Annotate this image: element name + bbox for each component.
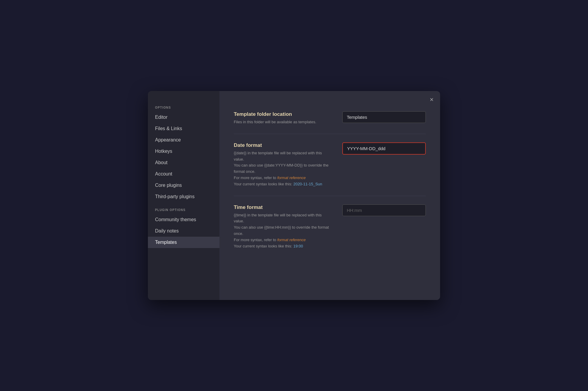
- sidebar: OPTIONS Editor Files & Links Appearance …: [148, 91, 219, 300]
- sidebar-item-label: Appearance: [155, 137, 181, 143]
- setting-desc-time-format: {{time}} in the template file will be re…: [234, 212, 330, 250]
- date-format-input[interactable]: [342, 142, 426, 155]
- sidebar-item-account[interactable]: Account: [148, 168, 219, 180]
- sidebar-item-label: Core plugins: [155, 183, 182, 188]
- control-time-format: [342, 204, 426, 216]
- control-date-format: [342, 142, 426, 155]
- template-folder-input[interactable]: [342, 111, 426, 123]
- sidebar-item-core-plugins[interactable]: Core plugins: [148, 180, 219, 191]
- setting-title-time-format: Time format: [234, 204, 330, 210]
- control-template-folder: [342, 111, 426, 123]
- sidebar-item-label: Daily notes: [155, 228, 179, 234]
- sidebar-item-label: Community themes: [155, 217, 196, 222]
- setting-title-template-folder: Template folder location: [234, 111, 330, 117]
- options-section-label: OPTIONS: [148, 100, 219, 112]
- sidebar-item-label: Editor: [155, 115, 168, 120]
- time-format-preview: 19:00: [293, 244, 303, 248]
- settings-row-template-folder: Template folder location Files in this f…: [234, 103, 426, 134]
- setting-title-date-format: Date format: [234, 142, 330, 148]
- sidebar-item-files-links[interactable]: Files & Links: [148, 123, 219, 134]
- sidebar-item-label: Files & Links: [155, 126, 182, 131]
- sidebar-item-label: Templates: [155, 240, 177, 245]
- label-group-template-folder: Template folder location Files in this f…: [234, 111, 330, 125]
- sidebar-item-label: About: [155, 160, 168, 165]
- settings-section-templates: Template folder location Files in this f…: [234, 103, 426, 258]
- date-format-preview: 2020-11-15_Sun: [293, 182, 322, 186]
- label-group-date-format: Date format {{date}} in the template fil…: [234, 142, 330, 187]
- close-button[interactable]: ×: [430, 96, 434, 103]
- plugin-options-section-label: PLUGIN OPTIONS: [148, 202, 219, 214]
- sidebar-item-appearance[interactable]: Appearance: [148, 134, 219, 146]
- settings-row-date-format: Date format {{date}} in the template fil…: [234, 134, 426, 196]
- setting-desc-template-folder: Files in this folder will be available a…: [234, 119, 330, 125]
- label-group-time-format: Time format {{time}} in the template fil…: [234, 204, 330, 250]
- sidebar-item-daily-notes[interactable]: Daily notes: [148, 225, 219, 237]
- sidebar-item-label: Third-party plugins: [155, 194, 195, 199]
- time-format-input[interactable]: [342, 204, 426, 216]
- time-format-reference-link[interactable]: format reference: [277, 238, 306, 242]
- setting-desc-date-format: {{date}} in the template file will be re…: [234, 150, 330, 187]
- date-format-reference-link[interactable]: format reference: [277, 176, 306, 180]
- sidebar-item-label: Account: [155, 171, 172, 177]
- sidebar-item-templates[interactable]: Templates: [148, 237, 219, 248]
- sidebar-item-third-party-plugins[interactable]: Third-party plugins: [148, 191, 219, 202]
- sidebar-item-hotkeys[interactable]: Hotkeys: [148, 146, 219, 157]
- settings-modal: × OPTIONS Editor Files & Links Appearanc…: [148, 91, 440, 300]
- sidebar-item-community-themes[interactable]: Community themes: [148, 214, 219, 225]
- sidebar-item-editor[interactable]: Editor: [148, 112, 219, 123]
- main-content: Template folder location Files in this f…: [219, 91, 440, 300]
- sidebar-item-label: Hotkeys: [155, 149, 172, 154]
- settings-row-time-format: Time format {{time}} in the template fil…: [234, 196, 426, 258]
- sidebar-item-about[interactable]: About: [148, 157, 219, 168]
